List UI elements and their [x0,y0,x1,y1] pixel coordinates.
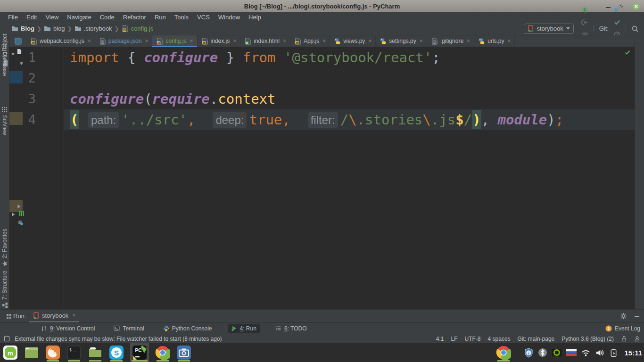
tray-power-icon[interactable] [609,348,618,358]
breadcrumb-blog[interactable]: blog [44,25,65,32]
git-label: Git: [599,25,609,32]
debug-button[interactable] [578,3,591,16]
git-update-button[interactable] [611,3,623,16]
git-commit-button[interactable] [611,16,623,29]
settings-gear-icon[interactable] [620,313,627,320]
toolwindow-button-9-version-control[interactable]: 9: Version Control [38,324,98,333]
toolwindow-database[interactable]: Database [1,43,8,76]
tab-views.py[interactable]: views.py × [330,35,376,47]
close-icon[interactable]: × [420,38,423,44]
toolbar-separator [594,25,594,33]
tray-update-shield-icon[interactable]: i [524,348,534,358]
close-icon[interactable]: × [72,312,75,319]
taskbar-mint-menu[interactable]: m [3,343,18,362]
menu-vcs[interactable]: VCS [193,14,214,21]
close-icon[interactable]: × [145,38,148,44]
tray-wifi-icon[interactable] [581,348,591,358]
toolwindow-button-6-todo[interactable]: 6: TODO [272,324,310,333]
tray-chrome[interactable] [496,343,511,362]
tray-bluetooth-icon[interactable] [538,348,547,357]
status-item[interactable]: UTF-8 [465,336,481,342]
code-editor[interactable]: 1import { configure } from '@storybook/r… [9,47,635,309]
clock[interactable]: 15:11 [624,349,642,357]
play-icon[interactable] [17,203,21,210]
breadcrumb-Blog[interactable]: Blog [11,25,34,32]
menu-view[interactable]: View [41,14,63,21]
breadcrumb-.storybook[interactable]: .storybook [74,25,112,32]
tab-.gitignore[interactable]: .gitignore × [427,35,474,47]
tab-config.js[interactable]: JS config.js × [152,35,197,47]
menu-run[interactable]: Run [150,14,170,21]
status-item[interactable]: 4:1 [436,336,444,342]
close-icon[interactable]: × [322,38,326,44]
taskbar-chrome[interactable] [155,343,170,362]
taskbar-screenshot-tool[interactable] [176,343,191,362]
user-icon[interactable] [634,336,640,342]
menu-refactor[interactable]: Refactor [119,14,150,21]
menu-window[interactable]: Window [214,14,244,21]
coverage-button[interactable] [578,16,591,29]
tab-list-icon[interactable] [15,38,22,45]
close-icon[interactable]: × [507,38,511,44]
tab-package.json[interactable]: package.json × [95,35,153,47]
toolwindow-favorites[interactable]: 2: Favorites [1,229,8,267]
tab-settings.py[interactable]: settings.py × [376,35,427,47]
minimize-button[interactable] [606,7,611,8]
tab-index.html[interactable]: H index.html × [240,35,290,47]
tray-volume-icon[interactable] [595,348,605,358]
menu-help[interactable]: Help [244,14,265,21]
tab-urls.py[interactable]: urls.py × [474,35,515,47]
tab-App.js[interactable]: JS App.js × [290,35,330,47]
hide-panel-icon[interactable] [635,316,639,317]
console-badge-icon[interactable] [18,220,23,227]
toolwindow-sciview[interactable]: SciView [1,107,8,135]
menu-bar: FileEditViewNavigateCodeRefactorRunTools… [0,12,644,22]
menu-code[interactable]: Code [96,14,119,21]
taskbar-pycharm[interactable]: PC [130,343,149,362]
toolwindow-button-terminal[interactable]: Terminal [110,324,147,333]
status-item[interactable]: 4 spaces [488,336,511,342]
notification-icon[interactable] [4,336,10,342]
event-log-button[interactable]: 1 Event Log [605,323,640,334]
svg-text:JS: JS [123,29,126,32]
play-icon[interactable] [11,211,16,218]
menu-navigate[interactable]: Navigate [63,14,95,21]
tray-keyboard-ru-icon[interactable] [566,349,577,356]
menu-edit[interactable]: Edit [22,14,41,21]
toolwindow-button-python-console[interactable]: Python Console [160,324,215,333]
taskbar-firefox[interactable] [45,343,60,362]
taskbar-terminal[interactable]: $ _ [66,343,82,362]
close-icon[interactable]: × [467,38,470,44]
close-button[interactable] [632,2,640,10]
window-titlebar[interactable]: Blog [~/Blog] - .../blog/.storybook/conf… [0,0,644,12]
menu-tools[interactable]: Tools [170,14,193,21]
tab-index.js[interactable]: JS index.js × [198,35,241,47]
close-icon[interactable]: × [233,38,236,44]
taskbar-skype[interactable]: S [109,343,124,362]
toolwindow-switcher-icon[interactable] [6,313,12,319]
status-item[interactable]: Git: main-page [518,336,555,342]
close-icon[interactable]: × [283,38,286,44]
statistics-bars-icon[interactable] [18,210,25,218]
breadcrumb-config.js[interactable]: JSconfig.js [122,25,154,32]
status-item[interactable]: LF [451,336,458,342]
tab-webpack.config.js[interactable]: JS webpack.config.js × [26,35,95,47]
close-icon[interactable]: × [368,38,372,44]
config-js-file-icon: JS [122,25,129,32]
status-item[interactable]: Python 3.6 (Blog) (2) [561,336,614,342]
taskbar-files[interactable] [88,343,103,362]
close-icon[interactable]: × [190,38,193,44]
close-icon[interactable]: × [88,38,91,44]
toolwindow-structure[interactable]: 7: Structure [1,271,8,308]
taskbar-show-desktop[interactable] [24,343,39,362]
menu-file[interactable]: File [4,14,22,21]
fold-arrow-icon[interactable] [11,50,15,58]
search-everywhere-button[interactable] [628,22,641,35]
gutter-separator [64,47,64,309]
toolwindow-button-4-run[interactable]: 4: Run [228,324,260,333]
write-access-lock-icon[interactable] [621,336,627,342]
run-tab-storybook[interactable]: storybook × [29,310,79,322]
tray-nvidia-icon[interactable] [552,348,562,357]
inspections-ok-icon[interactable] [624,49,631,57]
run-config-combo[interactable]: storybook [524,24,573,34]
